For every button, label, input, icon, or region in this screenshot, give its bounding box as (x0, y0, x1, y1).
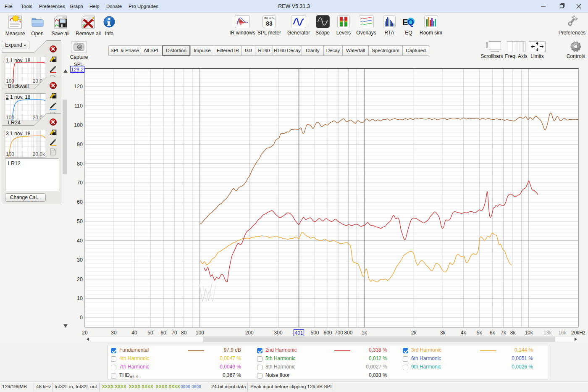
svg-text:80: 80 (181, 330, 187, 336)
svg-text:70: 70 (77, 180, 83, 186)
svg-text:129,2: 129,2 (71, 67, 84, 73)
svg-text:120: 120 (74, 84, 83, 89)
svg-text:200: 200 (245, 330, 254, 336)
svg-text:600: 600 (323, 330, 332, 336)
svg-text:100: 100 (74, 122, 83, 128)
svg-text:40: 40 (77, 238, 83, 244)
svg-text:800: 800 (344, 330, 352, 336)
svg-text:700: 700 (335, 330, 343, 336)
svg-text:401: 401 (294, 330, 303, 336)
svg-text:30: 30 (111, 330, 117, 336)
svg-text:10: 10 (77, 295, 83, 301)
svg-text:2k: 2k (411, 330, 417, 336)
svg-text:7k: 7k (501, 330, 507, 336)
svg-text:60: 60 (160, 330, 166, 336)
svg-text:20: 20 (82, 330, 88, 336)
svg-text:100: 100 (196, 330, 204, 336)
svg-text:110: 110 (74, 103, 83, 109)
svg-text:60: 60 (77, 199, 83, 205)
svg-text:500: 500 (310, 330, 319, 336)
svg-text:70: 70 (171, 330, 177, 336)
svg-text:4k: 4k (461, 330, 467, 336)
svg-text:90: 90 (77, 142, 83, 147)
svg-text:300: 300 (274, 330, 283, 336)
svg-text:10k: 10k (525, 330, 533, 336)
svg-text:6k: 6k (490, 330, 496, 336)
svg-text:50: 50 (77, 218, 83, 224)
svg-text:20kHz: 20kHz (571, 330, 585, 336)
svg-text:80: 80 (77, 161, 83, 167)
svg-text:3k: 3k (440, 330, 446, 336)
svg-text:0: 0 (80, 315, 83, 321)
svg-text:13k: 13k (543, 330, 552, 336)
svg-text:1k: 1k (362, 330, 368, 336)
svg-text:20: 20 (77, 276, 83, 282)
svg-text:16k: 16k (558, 330, 567, 336)
svg-text:40: 40 (131, 330, 137, 336)
svg-text:30: 30 (77, 257, 83, 263)
svg-text:8k: 8k (510, 330, 516, 336)
svg-text:50: 50 (147, 330, 153, 336)
svg-text:5k: 5k (477, 330, 483, 336)
